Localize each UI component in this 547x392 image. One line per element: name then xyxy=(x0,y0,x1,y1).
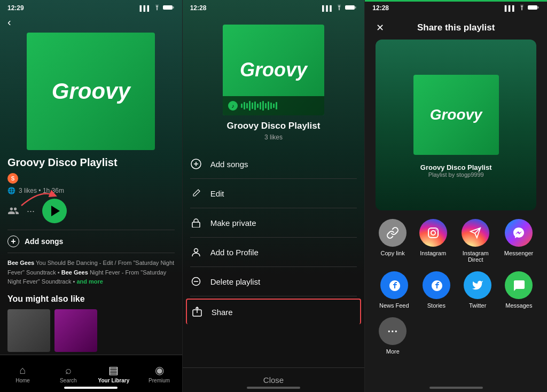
soundwave-bar: ♪ xyxy=(223,96,324,115)
play-icon xyxy=(51,206,60,216)
user-row: S xyxy=(7,173,175,184)
library-icon: ▤ xyxy=(108,364,119,377)
share-copy-link[interactable]: Copy link xyxy=(379,219,407,263)
add-friend-button[interactable] xyxy=(7,205,19,217)
preview-title: Groovy xyxy=(430,106,482,123)
time-1: 12:29 xyxy=(7,4,24,12)
copy-link-label: Copy link xyxy=(381,250,405,256)
facebook-label: News Feed xyxy=(379,302,409,309)
share-close-button[interactable]: ✕ xyxy=(372,20,387,35)
status-icons-1: ▌▌▌ xyxy=(139,5,174,11)
bar xyxy=(268,101,269,110)
battery-icon-3 xyxy=(528,5,540,11)
home-indicator-3 xyxy=(429,387,483,389)
context-menu: Add songs Edit Make private xyxy=(183,150,365,367)
twitter-icon xyxy=(464,271,491,299)
nav-home[interactable]: ⌂ Home xyxy=(0,355,45,392)
time-3: 12:28 xyxy=(372,4,389,12)
menu-make-private[interactable]: Make private xyxy=(190,208,357,238)
teal-bar xyxy=(365,0,547,2)
svg-rect-1 xyxy=(163,5,173,10)
share-messenger[interactable]: Messenger xyxy=(504,219,533,263)
nav-search-label: Search xyxy=(60,378,77,383)
playlist-info: Groovy Disco Playlist S 🌐 3 likes • 1h 3… xyxy=(0,156,182,309)
more-options-button[interactable]: ··· xyxy=(27,206,35,217)
share-messages[interactable]: Messages xyxy=(505,271,533,309)
twitter-label: Twitter xyxy=(469,302,486,309)
rec-card-2[interactable] xyxy=(54,309,97,352)
bottom-nav: ⌂ Home ⌕ Search ▤ Your Library ◉ Premium xyxy=(0,355,182,392)
share-title: Share this playlist xyxy=(417,22,495,33)
menu-edit[interactable]: Edit xyxy=(190,179,357,208)
search-icon: ⌕ xyxy=(65,364,72,377)
signal-icon-2: ▌▌▌ xyxy=(322,5,333,11)
messages-icon xyxy=(505,271,533,299)
instagram-direct-icon xyxy=(462,219,489,247)
share-instagram[interactable]: Instagram xyxy=(419,219,447,263)
status-bar-2: 12:28 ▌▌▌ xyxy=(183,0,365,14)
nav-premium[interactable]: ◉ Premium xyxy=(137,355,182,392)
svg-rect-5 xyxy=(355,6,356,9)
facebook-icon xyxy=(380,271,408,299)
status-icons-3: ▌▌▌ xyxy=(505,5,540,11)
instagram-icon xyxy=(419,219,447,247)
svg-rect-14 xyxy=(428,228,438,238)
svg-rect-4 xyxy=(345,5,355,10)
cover-title-1: Groovy xyxy=(52,79,130,104)
svg-rect-7 xyxy=(192,222,200,228)
share-stories[interactable]: Stories xyxy=(423,271,450,309)
svg-point-16 xyxy=(435,230,436,231)
back-button[interactable]: ‹ xyxy=(0,14,182,33)
share-row-1: Copy link Instagram Inst xyxy=(372,219,540,263)
time-2: 12:28 xyxy=(190,4,207,12)
avatar: S xyxy=(7,173,18,184)
status-bar-1: 12:29 ▌▌▌ xyxy=(0,0,182,14)
playlist-meta: 🌐 3 likes • 1h 36m xyxy=(7,187,175,194)
svg-point-0 xyxy=(157,10,158,11)
bar xyxy=(241,104,243,108)
delete-label: Delete playlist xyxy=(210,277,260,286)
delete-icon xyxy=(190,276,202,287)
play-button[interactable] xyxy=(42,199,67,223)
bar xyxy=(257,104,259,108)
tracks-text: Bee Gees You Should Be Dancing - Edit / … xyxy=(7,260,174,285)
svg-point-11 xyxy=(521,10,522,11)
share-facebook[interactable]: News Feed xyxy=(379,271,409,309)
globe-icon: 🌐 xyxy=(7,187,15,194)
menu-share[interactable]: Share xyxy=(186,299,362,324)
wifi-icon-2 xyxy=(335,5,343,11)
nav-premium-label: Premium xyxy=(149,378,170,383)
bar xyxy=(254,101,256,110)
left-controls: ··· xyxy=(7,199,67,223)
status-icons-2: ▌▌▌ xyxy=(322,5,357,11)
share-more[interactable]: ··· More xyxy=(379,317,407,355)
menu-add-to-profile[interactable]: Add to Profile xyxy=(190,238,357,267)
bar xyxy=(270,103,272,109)
plus-icon: + xyxy=(7,236,19,247)
menu-add-songs[interactable]: Add songs xyxy=(190,150,357,179)
home-icon: ⌂ xyxy=(20,364,26,377)
menu-delete[interactable]: Delete playlist xyxy=(190,267,357,296)
status-bar-3: 12:28 ▌▌▌ xyxy=(365,0,547,14)
signal-icon-3: ▌▌▌ xyxy=(505,5,516,11)
nav-home-label: Home xyxy=(15,378,30,383)
bar xyxy=(244,102,245,109)
add-songs-button[interactable]: + Add songs xyxy=(7,230,175,253)
spotify-logo: ♪ xyxy=(228,101,238,111)
share-header: ✕ Share this playlist xyxy=(365,14,547,40)
share-twitter[interactable]: Twitter xyxy=(464,271,491,309)
svg-point-8 xyxy=(194,249,198,253)
share-instagram-direct[interactable]: Instagram Direct xyxy=(459,219,491,263)
rec-card-1[interactable] xyxy=(7,309,50,352)
cover-2: Groovy ♪ xyxy=(223,25,324,115)
add-to-profile-label: Add to Profile xyxy=(210,248,259,257)
battery-icon xyxy=(163,5,175,11)
bar xyxy=(276,102,277,109)
edit-icon xyxy=(190,187,202,199)
svg-point-15 xyxy=(431,231,435,235)
wifi-icon xyxy=(153,5,161,11)
preview-info: Groovy Disco Playlist Playlist by stogp9… xyxy=(420,163,492,178)
battery-icon-2 xyxy=(345,5,357,11)
cover-area-2: Groovy ♪ xyxy=(183,14,365,150)
controls-row: ··· xyxy=(7,199,175,223)
